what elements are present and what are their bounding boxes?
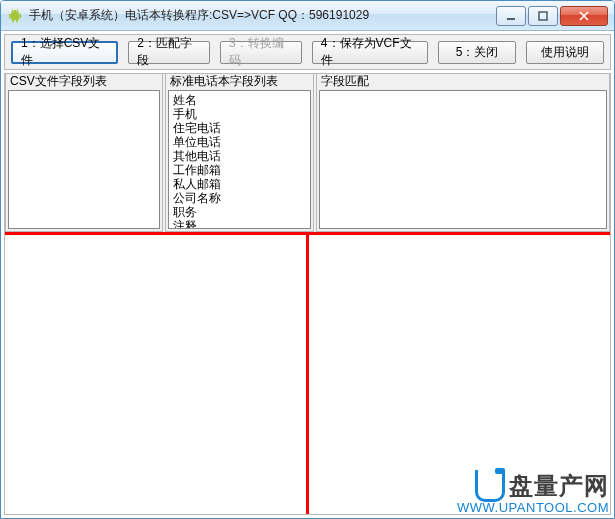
lower-right-pane[interactable]	[309, 235, 610, 514]
list-item[interactable]: 住宅电话	[173, 121, 306, 135]
minimize-button[interactable]	[496, 6, 526, 26]
select-csv-button[interactable]: 1：选择CSV文件	[11, 41, 118, 64]
titlebar[interactable]: 手机（安卓系统）电话本转换程序:CSV=>VCF QQ：596191029	[1, 1, 614, 31]
window-controls	[494, 6, 608, 26]
list-item[interactable]: 职务	[173, 205, 306, 219]
svg-rect-2	[19, 13, 21, 18]
mapping-panel: 字段匹配	[316, 74, 610, 232]
list-item[interactable]: 工作邮箱	[173, 163, 306, 177]
lower-panels	[5, 232, 610, 514]
list-item[interactable]: 其他电话	[173, 149, 306, 163]
svg-point-5	[13, 11, 14, 12]
convert-encoding-button: 3：转换编码	[220, 41, 302, 64]
std-fields-panel: 标准电话本字段列表 姓名手机住宅电话单位电话其他电话工作邮箱私人邮箱公司名称职务…	[165, 74, 314, 232]
map-fields-button[interactable]: 2：匹配字段	[128, 41, 210, 64]
content-area: CSV文件字段列表 标准电话本字段列表 姓名手机住宅电话单位电话其他电话工作邮箱…	[4, 73, 611, 515]
svg-line-7	[12, 8, 13, 10]
list-item[interactable]: 私人邮箱	[173, 177, 306, 191]
help-button[interactable]: 使用说明	[526, 41, 604, 64]
mapping-title: 字段匹配	[317, 74, 609, 89]
list-item[interactable]: 姓名	[173, 93, 306, 107]
close-button[interactable]	[560, 6, 608, 26]
svg-rect-0	[11, 13, 19, 20]
std-fields-list[interactable]: 姓名手机住宅电话单位电话其他电话工作邮箱私人邮箱公司名称职务注释	[168, 90, 311, 229]
maximize-button[interactable]	[528, 6, 558, 26]
svg-rect-3	[12, 19, 14, 22]
list-item[interactable]: 注释	[173, 219, 306, 229]
app-window: 手机（安卓系统）电话本转换程序:CSV=>VCF QQ：596191029 1：…	[0, 0, 615, 519]
svg-rect-1	[9, 13, 11, 18]
csv-fields-panel: CSV文件字段列表	[5, 74, 163, 232]
list-item[interactable]: 单位电话	[173, 135, 306, 149]
save-vcf-button[interactable]: 4：保存为VCF文件	[312, 41, 428, 64]
svg-point-6	[17, 11, 18, 12]
mapping-list[interactable]	[319, 90, 607, 229]
csv-fields-title: CSV文件字段列表	[6, 74, 162, 89]
lower-left-pane[interactable]	[5, 235, 309, 514]
svg-rect-9	[507, 18, 515, 20]
list-item[interactable]: 公司名称	[173, 191, 306, 205]
svg-rect-10	[539, 12, 547, 20]
svg-line-8	[17, 8, 18, 10]
svg-rect-4	[16, 19, 18, 22]
std-fields-title: 标准电话本字段列表	[166, 74, 313, 89]
upper-panels: CSV文件字段列表 标准电话本字段列表 姓名手机住宅电话单位电话其他电话工作邮箱…	[5, 74, 610, 232]
window-title: 手机（安卓系统）电话本转换程序:CSV=>VCF QQ：596191029	[29, 7, 494, 24]
list-item[interactable]: 手机	[173, 107, 306, 121]
csv-fields-list[interactable]	[8, 90, 160, 229]
close-app-button[interactable]: 5：关闭	[438, 41, 516, 64]
android-icon	[7, 8, 23, 24]
toolbar: 1：选择CSV文件 2：匹配字段 3：转换编码 4：保存为VCF文件 5：关闭 …	[4, 34, 611, 70]
